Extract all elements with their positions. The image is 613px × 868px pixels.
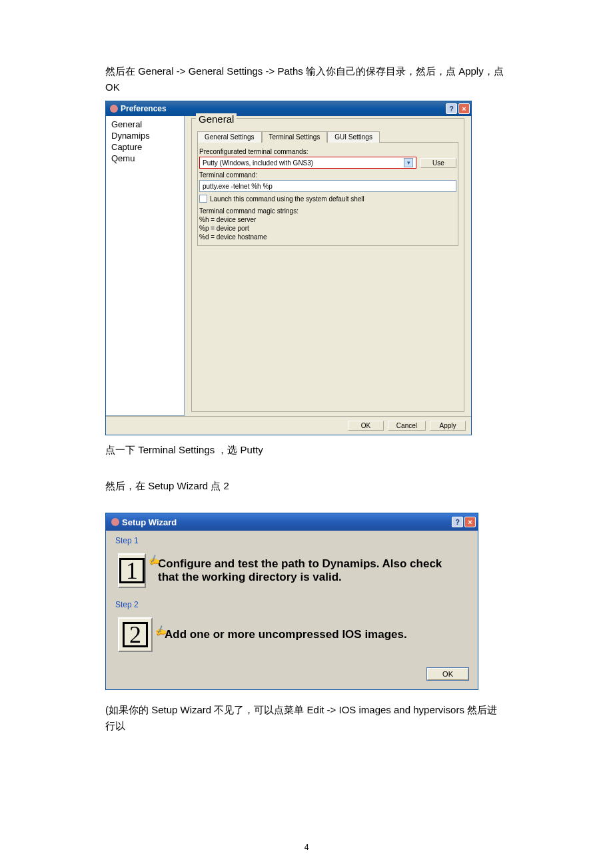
text: Putty [241,444,263,455]
setup-wizard-dialog: Setup Wizard ? × Step 1 1 ✍ Configure an… [105,513,478,690]
ok-button[interactable]: OK [427,668,468,680]
apply-button[interactable]: Apply [430,421,466,431]
titlebar[interactable]: Preferences ? × [106,101,471,116]
text: 然后，在 [105,480,148,491]
preconfigured-label: Preconfigurated terminal commands: [199,148,456,155]
preferences-main: General General Settings Terminal Settin… [185,116,471,416]
instruction-4: (如果你的 Setup Wizard 不见了，可以点菜单 Edit -> IOS… [105,702,506,734]
tabbar: General Settings Terminal Settings GUI S… [197,131,458,143]
preconfigured-combo[interactable]: Putty (Windows, included with GNS3) ▾ [199,157,416,169]
close-button[interactable]: × [458,103,470,114]
group-title: General [196,113,237,125]
text: Setup Wizard [148,480,208,491]
text: (如果你的 [105,704,151,715]
magic-line: %d = device hostname [199,233,456,241]
sidebar-item-dynamips[interactable]: Dynamips [110,130,180,141]
help-button[interactable]: ? [446,103,457,114]
text: Apply [458,65,484,77]
preferences-footer: OK Cancel Apply [106,416,471,435]
cancel-button[interactable]: Cancel [388,421,426,431]
terminal-command-value: putty.exe -telnet %h %p [203,183,273,190]
launch-default-shell-checkbox[interactable]: Launch this command using the system def… [199,195,456,203]
step1-button[interactable]: 1 [118,553,146,588]
step1-text: ✍ Configure and test the path to Dynamip… [158,557,466,585]
general-group: General General Settings Terminal Settin… [191,118,464,412]
title-text: Setup Wizard [122,517,177,527]
chevron-down-icon[interactable]: ▾ [404,158,413,167]
instruction-1: 然后在 General -> General Settings -> Paths… [105,63,506,95]
titlebar-title: Setup Wizard [111,517,177,527]
help-button[interactable]: ? [452,517,463,527]
text: Setup Wizard [151,704,211,715]
step1-number: 1 [119,558,145,583]
wizard-footer: OK [115,663,468,680]
titlebar[interactable]: Setup Wizard ? × [106,513,478,531]
app-icon [111,518,119,526]
step1-label: Step 1 [115,535,468,548]
tab-terminal-settings[interactable]: Terminal Settings [262,131,328,143]
titlebar-title: Preferences [110,104,167,113]
text: 然后在 [105,65,138,77]
title-text: Preferences [121,104,167,113]
text: General -> General Settings -> Paths [138,65,303,77]
instruction-3: 然后，在 Setup Wizard 点 2 [105,478,506,494]
step2-row: 2 ✍ Add one or more uncompressed IOS ima… [115,612,468,663]
magic-strings-help: Terminal command magic strings: %h = dev… [199,207,456,241]
checkbox-label: Launch this command using the system def… [210,195,364,203]
step1-text-value: Configure and test the path to Dynamips.… [158,557,442,583]
terminal-command-input[interactable]: putty.exe -telnet %h %p [199,180,456,192]
magic-title: Terminal command magic strings: [199,207,456,215]
step1-row: 1 ✍ Configure and test the path to Dynam… [115,548,468,599]
text: OK [105,81,120,93]
close-button[interactable]: × [464,517,476,527]
preferences-sidebar: General Dynamips Capture Qemu [106,116,185,416]
text: 不见了，可以点菜单 [211,704,306,715]
combo-value: Putty (Windows, included with GNS3) [203,159,313,167]
app-icon [110,105,118,113]
magic-line: %p = device port [199,224,456,233]
text: 点一下 [105,444,138,455]
page-number: 4 [0,843,613,852]
text: 点 [208,480,223,491]
sidebar-item-general[interactable]: General [110,119,180,130]
wizard-body: Step 1 1 ✍ Configure and test the path t… [106,531,478,689]
text: 输入你自己的保存目录，然后，点 [303,65,458,77]
step2-number: 2 [123,622,148,647]
ok-button[interactable]: OK [348,421,384,431]
tab-gui-settings[interactable]: GUI Settings [327,131,380,143]
preferences-dialog: Preferences ? × General Dynamips Capture… [105,101,472,435]
instruction-2: 点一下 Terminal Settings ，选 Putty [105,442,506,458]
step2-label: Step 2 [115,599,468,612]
step2-text-value: Add one or more uncompressed IOS images. [165,628,407,641]
tab-general-settings[interactable]: General Settings [197,131,262,143]
sidebar-item-qemu[interactable]: Qemu [110,153,180,164]
checkbox-box[interactable] [199,195,207,203]
sidebar-item-capture[interactable]: Capture [110,141,180,153]
text: 2 [224,480,229,491]
terminal-settings-pane: Preconfigurated terminal commands: Putty… [197,143,458,246]
text: ，点 [484,65,504,77]
text: ，选 [215,444,240,455]
text: Terminal Settings [138,444,215,455]
terminal-command-label: Terminal command: [199,171,456,179]
magic-line: %h = device server [199,215,456,224]
step2-button[interactable]: 2 [118,617,153,652]
step2-text: ✍ Add one or more uncompressed IOS image… [165,628,407,641]
text: Edit -> IOS images and hypervisors [307,704,464,715]
use-button[interactable]: Use [420,158,456,168]
